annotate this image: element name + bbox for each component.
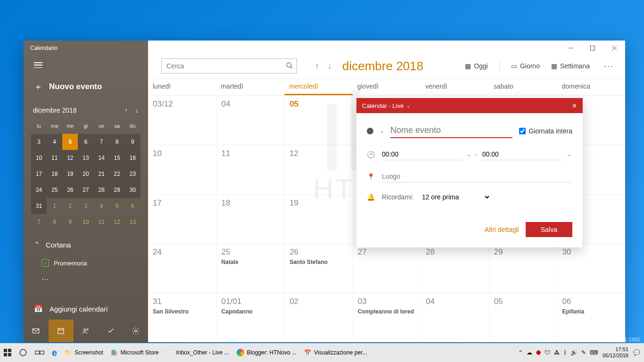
volume-icon[interactable]: 🔊 [570, 349, 578, 356]
checkbox-icon[interactable]: ✓ [41, 259, 49, 267]
mini-day-cell[interactable]: 10 [78, 214, 93, 230]
mini-day-cell[interactable]: 6 [125, 198, 140, 214]
chevron-down-icon[interactable]: ⌄ [567, 152, 571, 157]
location-input[interactable] [382, 171, 572, 182]
start-time-input[interactable] [382, 148, 462, 160]
edge-button[interactable]: e [48, 343, 61, 362]
mini-day-cell[interactable]: 21 [94, 166, 109, 182]
minimize-button[interactable] [560, 41, 582, 56]
calendar-cell[interactable]: 04 [421, 293, 489, 342]
mail-button[interactable] [24, 320, 49, 342]
mini-day-cell[interactable]: 7 [94, 134, 109, 150]
save-button[interactable]: Salva [526, 222, 572, 237]
chevron-down-icon[interactable]: ⌄ [467, 152, 471, 157]
calendar-cell[interactable]: 04 [216, 96, 285, 145]
calendar-cell[interactable]: 01/01Capodanno [216, 293, 285, 342]
calendar-cell[interactable]: 03Compleanno di lored [353, 293, 421, 342]
day-view-button[interactable]: ▭ Giorno [511, 62, 540, 70]
mini-day-cell[interactable]: 4 [47, 134, 62, 150]
close-button[interactable] [603, 41, 625, 56]
mini-day-cell[interactable]: 4 [94, 198, 109, 214]
event-name-input[interactable] [390, 123, 512, 138]
ink-icon[interactable]: ✎ [581, 349, 586, 356]
taskview-button[interactable] [31, 343, 48, 362]
cell-event[interactable]: San Silvestro [153, 308, 212, 315]
calendar-cell[interactable]: 05 [284, 96, 353, 145]
cell-event[interactable]: Epifania [562, 308, 620, 315]
more-button[interactable]: ··· [601, 61, 617, 71]
mini-day-cell[interactable]: 23 [125, 166, 140, 182]
search-icon[interactable] [286, 62, 293, 71]
mini-day-cell[interactable]: 27 [78, 182, 93, 198]
mini-day-cell[interactable]: 28 [94, 182, 109, 198]
calendar-cell[interactable]: 24 [148, 244, 216, 293]
mini-day-cell[interactable]: 30 [125, 182, 140, 198]
mini-day-cell[interactable]: 22 [109, 166, 125, 182]
calendar-cell[interactable]: 28 [421, 244, 489, 293]
mini-day-cell[interactable]: 26 [62, 182, 78, 198]
cell-event[interactable]: Compleanno di lored [358, 308, 416, 315]
end-time-input[interactable] [482, 148, 562, 160]
mini-day-cell[interactable]: 5 [109, 198, 125, 214]
action-center-button[interactable]: 💬 [633, 349, 640, 356]
search-input[interactable] [161, 58, 297, 74]
keyboard-icon[interactable]: ⌨ [590, 349, 598, 356]
mini-day-cell[interactable]: 19 [62, 166, 78, 182]
mini-next-button[interactable]: ↓ [135, 107, 139, 114]
reminder-item[interactable]: ✓ Promemoria [24, 255, 148, 271]
prev-month-button[interactable]: ↑ [315, 61, 319, 71]
calendar-cell[interactable]: 18 [216, 195, 285, 244]
mini-day-cell[interactable]: 11 [47, 150, 62, 166]
maximize-button[interactable] [582, 41, 603, 56]
calendar-cell[interactable]: 11 [216, 145, 285, 194]
mini-day-cell[interactable]: 18 [47, 166, 62, 182]
tray-icon[interactable]: ⬣ [536, 349, 541, 356]
mini-day-cell[interactable]: 20 [78, 166, 93, 182]
taskbar-app[interactable]: 📅Visualizzazione per... [300, 343, 371, 362]
calendar-cell[interactable]: 03/12 [148, 96, 216, 145]
popup-close-button[interactable]: ✕ [572, 102, 577, 109]
taskbar-clock[interactable]: 17:51 05/12/2018 [603, 346, 628, 359]
calendar-cell[interactable]: 31San Silvestro [148, 293, 216, 342]
mini-day-cell[interactable]: 31 [31, 198, 47, 214]
add-calendars-button[interactable]: 📅 Aggiungi calendari [24, 298, 148, 320]
mini-day-cell[interactable]: 6 [78, 134, 93, 150]
calendar-cell[interactable]: 12 [284, 145, 353, 194]
mini-prev-button[interactable]: ↑ [124, 107, 128, 114]
cell-event[interactable]: Capodanno [222, 308, 280, 315]
mini-day-cell[interactable]: 7 [31, 214, 47, 230]
mini-day-cell[interactable]: 9 [125, 134, 140, 150]
mini-day-cell[interactable]: 29 [109, 182, 125, 198]
calendar-cell[interactable]: 26Santo Stefano [284, 244, 353, 293]
cell-event[interactable]: Natale [222, 259, 280, 265]
remind-select[interactable]: 12 ore prima [420, 193, 491, 201]
calendar-button[interactable] [49, 320, 74, 342]
chevron-down-icon[interactable]: ⌄ [380, 128, 384, 133]
bluetooth-icon[interactable]: ᛒ [563, 349, 567, 356]
calendar-cell[interactable]: 10 [148, 145, 216, 194]
more-details-link[interactable]: Altri dettagli [485, 226, 519, 233]
hamburger-button[interactable] [24, 56, 148, 74]
calendar-cell[interactable]: 29 [489, 244, 557, 293]
cortana-button[interactable] [15, 343, 31, 362]
mini-day-cell[interactable]: 12 [62, 150, 78, 166]
network-icon[interactable]: 🖧 [554, 349, 560, 356]
calendar-cell[interactable]: 02 [284, 293, 353, 342]
calendar-color-dot[interactable] [367, 128, 373, 134]
calendar-cell[interactable]: 19 [284, 195, 353, 244]
mini-day-cell[interactable]: 15 [109, 150, 125, 166]
allday-checkbox[interactable]: Giornata intera [519, 127, 572, 135]
week-view-button[interactable]: ▦ Settimana [551, 62, 590, 70]
new-event-button[interactable]: ＋ Nuovo evento [24, 74, 148, 99]
mini-day-cell[interactable]: 13 [78, 150, 93, 166]
mini-day-cell[interactable]: 8 [109, 134, 125, 150]
calendar-cell[interactable]: 06Epifania [557, 293, 625, 342]
taskbar-app[interactable]: 🛍️Microsoft Store [107, 343, 163, 362]
mini-day-cell[interactable]: 3 [31, 134, 47, 150]
mini-day-cell[interactable]: 3 [78, 198, 93, 214]
calendar-cell[interactable]: 25Natale [216, 244, 285, 293]
mini-day-cell[interactable]: 9 [62, 214, 78, 230]
calendar-cell[interactable]: 27 [353, 244, 421, 293]
start-button[interactable] [0, 343, 15, 362]
mini-day-cell[interactable]: 16 [125, 150, 140, 166]
